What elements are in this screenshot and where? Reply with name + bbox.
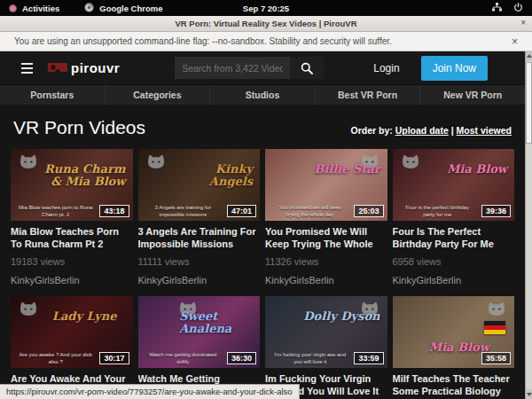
page-title: VR Porn Videos bbox=[13, 117, 145, 138]
order-by-upload-date-link[interactable]: Upload date bbox=[395, 125, 449, 136]
video-thumbnail[interactable]: Billie Star You promised we will keep tr… bbox=[265, 149, 387, 221]
duration-badge: 36:30 bbox=[227, 352, 256, 364]
vertical-scrollbar[interactable] bbox=[525, 51, 532, 399]
thumbnail-overlay-title: Mia Blow bbox=[429, 341, 489, 354]
activities-button[interactable]: Activities bbox=[22, 4, 59, 13]
video-card[interactable]: Kinky Angels 3 Angels are training for i… bbox=[138, 149, 261, 286]
focused-app-menu[interactable]: Google Chrome bbox=[99, 4, 162, 13]
video-title[interactable]: You Promised We Will Keep Trying The Who… bbox=[265, 225, 387, 250]
cat-mask-logo-icon bbox=[18, 301, 39, 318]
video-card[interactable]: Billie Star You promised we will keep tr… bbox=[265, 149, 387, 286]
cat-mask-logo-icon bbox=[486, 301, 507, 318]
link-url-status-tooltip: https://pirouvr.com/vr-porn-video/779325… bbox=[0, 384, 300, 399]
system-top-bar: Activities Google Chrome Sep 7 20:25 bbox=[0, 0, 532, 16]
thumbnail-overlay-title: Billie Star bbox=[314, 163, 379, 176]
video-card[interactable]: Mia Blow Four is the perfect birthday pa… bbox=[393, 149, 515, 286]
desktop-screen: Activities Google Chrome Sep 7 20:25 VR … bbox=[0, 0, 532, 399]
web-page: pirouvr Login Join Now Pornstars Categor… bbox=[0, 51, 525, 399]
order-by-separator: | bbox=[451, 125, 454, 136]
site-logo[interactable]: pirouvr bbox=[47, 60, 120, 75]
view-count: 11326 views bbox=[265, 256, 387, 267]
main-content: VR Porn Videos Order by: Upload date | M… bbox=[0, 105, 525, 399]
recording-indicator-icon bbox=[9, 4, 17, 12]
order-by-label: Order by: bbox=[350, 125, 392, 136]
studio-link[interactable]: KinkyGirlsBerlin bbox=[265, 275, 387, 286]
search-input[interactable] bbox=[175, 57, 290, 79]
scroll-down-arrow-icon[interactable] bbox=[526, 389, 532, 399]
video-card[interactable]: Mia Blow 35:58 Milf Teaches The Teacher … bbox=[393, 296, 515, 399]
thumbnail-caption: Four is the perfect birthday party for m… bbox=[400, 204, 476, 218]
network-icon[interactable] bbox=[492, 3, 502, 13]
menu-item-best-vr-porn[interactable]: Best VR Porn bbox=[316, 85, 421, 105]
join-now-button[interactable]: Join Now bbox=[421, 56, 488, 81]
thumbnail-overlay-title: Sweet Analena bbox=[179, 310, 260, 334]
thumbnail-overlay-title: Dolly Dyson bbox=[303, 310, 379, 323]
scroll-up-arrow-icon[interactable] bbox=[526, 51, 532, 61]
view-count: 11111 views bbox=[138, 256, 261, 267]
video-thumbnail[interactable]: Kinky Angels 3 Angels are training for i… bbox=[138, 149, 261, 221]
duration-badge: 47:01 bbox=[227, 205, 256, 217]
site-logo-text: pirouvr bbox=[71, 60, 120, 75]
power-icon[interactable] bbox=[513, 3, 523, 14]
order-by-most-viewed-link[interactable]: Most viewed bbox=[457, 125, 512, 136]
search-icon bbox=[301, 62, 313, 74]
video-title[interactable]: Four Is The Perfect Birthday Party For M… bbox=[393, 225, 515, 250]
menu-item-pornstars[interactable]: Pornstars bbox=[0, 85, 106, 105]
thumbnail-overlay-title: Runa Charm & Mia Blow bbox=[43, 163, 126, 187]
duration-badge: 39:36 bbox=[481, 205, 511, 217]
cat-mask-logo-icon bbox=[400, 153, 421, 171]
video-thumbnail[interactable]: Lady Lyne Are you awake ? And your dick … bbox=[11, 296, 133, 368]
hamburger-menu-icon[interactable] bbox=[21, 63, 33, 74]
order-by-controls: Order by: Upload date | Most viewed bbox=[350, 125, 512, 136]
window-close-icon[interactable]: × bbox=[520, 18, 526, 27]
browser-viewport: pirouvr Login Join Now Pornstars Categor… bbox=[0, 51, 532, 399]
german-flag-icon bbox=[484, 321, 505, 334]
duration-badge: 35:58 bbox=[481, 352, 511, 364]
video-thumbnail[interactable]: Runa Charm & Mia Blow Mia Blow teaches p… bbox=[11, 149, 133, 221]
thumbnail-caption: You promised we will keep trying the who… bbox=[272, 204, 348, 218]
category-menu-bar: Pornstars Categories Studios Best VR Por… bbox=[0, 84, 525, 105]
menu-item-categories[interactable]: Categories bbox=[106, 85, 211, 105]
cat-mask-logo-icon bbox=[145, 153, 167, 171]
menu-item-new-vr-porn[interactable]: New VR Porn bbox=[420, 85, 525, 105]
video-card[interactable]: Runa Charm & Mia Blow Mia Blow teaches p… bbox=[11, 149, 133, 286]
view-count: 19183 views bbox=[11, 256, 133, 267]
warning-text: You are using an unsupported command-lin… bbox=[14, 36, 392, 46]
window-title: VR Porn: Virtual Reality Sex Videos | Pi… bbox=[175, 19, 356, 28]
thumbnail-caption: 3 Angels are training for impossible mis… bbox=[145, 204, 222, 218]
menu-item-studios[interactable]: Studios bbox=[210, 85, 316, 105]
scrollbar-thumb[interactable] bbox=[526, 62, 532, 144]
duration-badge: 30:17 bbox=[99, 352, 129, 364]
thumbnail-overlay-title: Lady Lyne bbox=[52, 310, 117, 323]
video-title[interactable]: Mia Blow Teaches Porn To Runa Charm Pt 2 bbox=[11, 225, 133, 250]
duration-badge: 43:18 bbox=[99, 205, 129, 217]
video-title[interactable]: 3 Angels Are Training For Impossible Mis… bbox=[138, 225, 261, 250]
view-count: 6958 views bbox=[393, 256, 515, 267]
duration-badge: 25:03 bbox=[354, 205, 383, 217]
search-button[interactable] bbox=[290, 57, 324, 79]
search-bar bbox=[175, 57, 324, 79]
login-link[interactable]: Login bbox=[373, 62, 399, 74]
video-title[interactable]: Milf Teaches The Teacher Some Practical … bbox=[393, 372, 515, 397]
thumbnail-caption: Watch me getting dominated softly bbox=[145, 351, 222, 365]
thumbnail-overlay-title: Kinky Angels bbox=[170, 163, 254, 187]
cat-mask-logo-icon bbox=[18, 153, 39, 171]
video-thumbnail[interactable]: Dolly Dyson I'm fucking your virgin ass … bbox=[265, 296, 387, 368]
vr-goggles-icon bbox=[47, 62, 68, 74]
duration-badge: 33:59 bbox=[354, 352, 383, 364]
chrome-flag-warning-bar: You are using an unsupported command-lin… bbox=[0, 32, 532, 51]
thumbnail-caption: Are you awake ? And your dick also ? bbox=[18, 351, 94, 365]
video-thumbnail[interactable]: Mia Blow 35:58 bbox=[393, 296, 515, 368]
site-navbar: pirouvr Login Join Now bbox=[0, 51, 525, 84]
video-thumbnail[interactable]: Sweet Analena Watch me getting dominated… bbox=[138, 296, 261, 368]
studio-link[interactable]: KinkyGirlsBerlin bbox=[138, 275, 261, 286]
thumbnail-caption: Mia Blow teaches porn to Runa Charm pt. … bbox=[18, 204, 94, 218]
warning-close-icon[interactable]: × bbox=[512, 35, 518, 48]
studio-link[interactable]: KinkyGirlsBerlin bbox=[11, 275, 133, 286]
thumbnail-overlay-title: Mia Blow bbox=[447, 163, 507, 176]
studio-link[interactable]: KinkyGirlsBerlin bbox=[393, 275, 515, 286]
chrome-app-icon bbox=[84, 3, 94, 14]
video-grid: Runa Charm & Mia Blow Mia Blow teaches p… bbox=[11, 149, 514, 399]
video-thumbnail[interactable]: Mia Blow Four is the perfect birthday pa… bbox=[393, 149, 515, 221]
window-titlebar[interactable]: VR Porn: Virtual Reality Sex Videos | Pi… bbox=[0, 16, 532, 32]
